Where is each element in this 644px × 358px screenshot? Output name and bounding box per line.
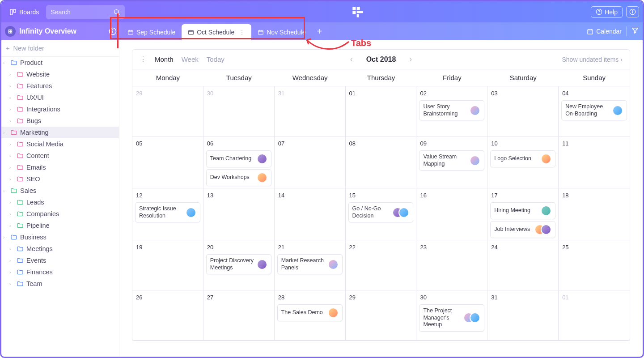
day-cell[interactable]: 29 bbox=[132, 86, 203, 136]
event-card[interactable]: Market Research Panels bbox=[277, 254, 343, 274]
mode-week[interactable]: Week bbox=[182, 55, 199, 63]
day-cell[interactable]: 02User Story Brainstorming bbox=[416, 86, 487, 136]
event-card[interactable]: Project Discovery Meetings bbox=[206, 254, 271, 274]
day-cell[interactable]: 16 bbox=[416, 188, 487, 240]
day-cell[interactable]: 11 bbox=[559, 136, 630, 188]
sidebar-item-seo[interactable]: ›SEO bbox=[1, 173, 119, 185]
day-cell[interactable]: 06Team CharteringDev Workshops bbox=[203, 136, 275, 188]
day-cell[interactable]: 01 bbox=[559, 290, 630, 341]
day-cell[interactable]: 17Hiring MeetingJob Interviews bbox=[487, 188, 559, 240]
day-cell[interactable]: 18 bbox=[559, 188, 630, 240]
sidebar-item-social-media[interactable]: ›Social Media bbox=[1, 138, 119, 150]
event-card[interactable]: Job Interviews bbox=[490, 221, 555, 238]
event-card[interactable]: User Story Brainstorming bbox=[419, 100, 484, 120]
day-cell[interactable]: 30 bbox=[203, 86, 275, 136]
workspace-info-icon[interactable] bbox=[109, 27, 117, 35]
sidebar-item-emails[interactable]: ›Emails bbox=[1, 162, 119, 173]
event-title: New Employee On-Boarding bbox=[565, 103, 610, 117]
mode-today[interactable]: Today bbox=[207, 55, 225, 63]
sidebar-item-finances[interactable]: ›Finances bbox=[1, 266, 119, 278]
tab-menu-icon[interactable]: ⋮ bbox=[239, 29, 245, 36]
day-cell[interactable]: 20Project Discovery Meetings bbox=[203, 240, 275, 290]
event-card[interactable]: The Sales Demo bbox=[277, 304, 343, 321]
day-cell[interactable]: 09Value Stream Mapping bbox=[416, 136, 487, 188]
day-cell[interactable]: 24 bbox=[487, 240, 559, 290]
sidebar-item-website[interactable]: ›Website bbox=[1, 68, 119, 80]
view-switcher[interactable]: Calendar bbox=[587, 28, 622, 35]
sidebar-item-leads[interactable]: ›Leads bbox=[1, 196, 119, 208]
event-card[interactable]: New Employee On-Boarding bbox=[561, 100, 627, 120]
prev-month-button[interactable]: ‹ bbox=[350, 55, 353, 64]
sidebar-item-content[interactable]: ›Content bbox=[1, 150, 119, 162]
more-icon[interactable]: ⋮ bbox=[140, 55, 147, 64]
day-number: 18 bbox=[561, 190, 627, 200]
tab-sep-schedule[interactable]: Sep Schedule bbox=[121, 24, 182, 40]
day-number: 09 bbox=[419, 138, 484, 149]
event-card[interactable]: Hiring Meeting bbox=[490, 202, 555, 219]
day-cell[interactable]: 14 bbox=[275, 188, 346, 240]
day-cell[interactable]: 07 bbox=[275, 136, 346, 188]
undated-label: Show undated items bbox=[562, 56, 619, 63]
day-cell[interactable]: 01 bbox=[346, 86, 417, 136]
day-cell[interactable]: 13 bbox=[203, 188, 275, 240]
event-title: Value Stream Mapping bbox=[423, 153, 467, 167]
day-cell[interactable]: 29 bbox=[346, 290, 417, 341]
sidebar-item-features[interactable]: ›Features bbox=[1, 80, 119, 92]
sidebar-item-events[interactable]: ›Events bbox=[1, 255, 119, 266]
day-cell[interactable]: 22 bbox=[346, 240, 417, 290]
info-button[interactable] bbox=[626, 6, 639, 17]
day-cell[interactable]: 25 bbox=[559, 240, 630, 290]
day-cell[interactable]: 21Market Research Panels bbox=[275, 240, 346, 290]
day-cell[interactable]: 31 bbox=[275, 86, 346, 136]
new-folder-button[interactable]: + New folder bbox=[1, 40, 119, 57]
sidebar-item-product[interactable]: ›Product bbox=[1, 57, 119, 68]
sidebar-item-bugs[interactable]: ›Bugs bbox=[1, 115, 119, 127]
event-card[interactable]: Value Stream Mapping bbox=[419, 150, 484, 170]
day-cell[interactable]: 23 bbox=[416, 240, 487, 290]
mode-month[interactable]: Month bbox=[155, 55, 174, 63]
day-cell[interactable]: 28The Sales Demo bbox=[275, 290, 346, 341]
annotation-label: Tabs bbox=[351, 38, 371, 48]
day-cell[interactable]: 03 bbox=[487, 86, 559, 136]
filter-button[interactable] bbox=[626, 26, 639, 36]
search-input[interactable] bbox=[51, 9, 113, 16]
search-box[interactable] bbox=[46, 5, 125, 19]
sidebar-item-pipeline[interactable]: ›Pipeline bbox=[1, 220, 119, 231]
event-card[interactable]: Go / No-Go Decision bbox=[348, 202, 414, 222]
day-cell[interactable]: 04New Employee On-Boarding bbox=[559, 86, 630, 136]
sidebar-item-integrations[interactable]: ›Integrations bbox=[1, 103, 119, 115]
sidebar-item-companies[interactable]: ›Companies bbox=[1, 208, 119, 220]
event-card[interactable]: Dev Workshops bbox=[206, 169, 271, 186]
chevron-icon: › bbox=[9, 84, 14, 89]
day-cell[interactable]: 26 bbox=[132, 290, 203, 341]
show-undated-button[interactable]: Show undated items › bbox=[562, 56, 623, 63]
day-cell[interactable]: 19 bbox=[132, 240, 203, 290]
event-card[interactable]: Strategic Issue Resolution bbox=[135, 202, 200, 222]
sidebar-item-ux-ui[interactable]: ›UX/UI bbox=[1, 92, 119, 103]
sidebar-item-meetings[interactable]: ›Meetings bbox=[1, 243, 119, 255]
sidebar-item-label: Finances bbox=[26, 268, 53, 276]
event-card[interactable]: Logo Selection bbox=[490, 150, 555, 167]
sidebar-item-marketing[interactable]: ›Marketing bbox=[1, 127, 119, 138]
svg-rect-21 bbox=[189, 30, 194, 34]
sidebar-item-team[interactable]: ›Team bbox=[1, 278, 119, 290]
day-cell[interactable]: 15Go / No-Go Decision bbox=[346, 188, 417, 240]
boards-button[interactable]: Boards bbox=[5, 6, 43, 18]
day-cell[interactable]: 27 bbox=[203, 290, 275, 341]
day-cell[interactable]: 31 bbox=[487, 290, 559, 341]
day-cell[interactable]: 12Strategic Issue Resolution bbox=[132, 188, 203, 240]
day-cell[interactable]: 05 bbox=[132, 136, 203, 188]
help-button[interactable]: Help bbox=[591, 6, 623, 18]
sidebar-item-business[interactable]: ›Business bbox=[1, 231, 119, 243]
event-card[interactable]: Team Chartering bbox=[206, 150, 271, 167]
day-cell[interactable]: 08 bbox=[346, 136, 417, 188]
next-month-button[interactable]: › bbox=[409, 55, 412, 64]
tab-nov-schedule[interactable]: Nov Schedule bbox=[251, 24, 312, 40]
event-card[interactable]: The Project Manager's Meetup bbox=[419, 304, 484, 332]
sidebar-item-sales[interactable]: ›Sales bbox=[1, 185, 119, 196]
event-title: Job Interviews bbox=[494, 226, 532, 233]
day-cell[interactable]: 10Logo Selection bbox=[487, 136, 559, 188]
day-number: 11 bbox=[561, 138, 627, 149]
day-cell[interactable]: 30The Project Manager's Meetup bbox=[416, 290, 487, 341]
tab-oct-schedule[interactable]: Oct Schedule⋮ bbox=[182, 24, 251, 40]
